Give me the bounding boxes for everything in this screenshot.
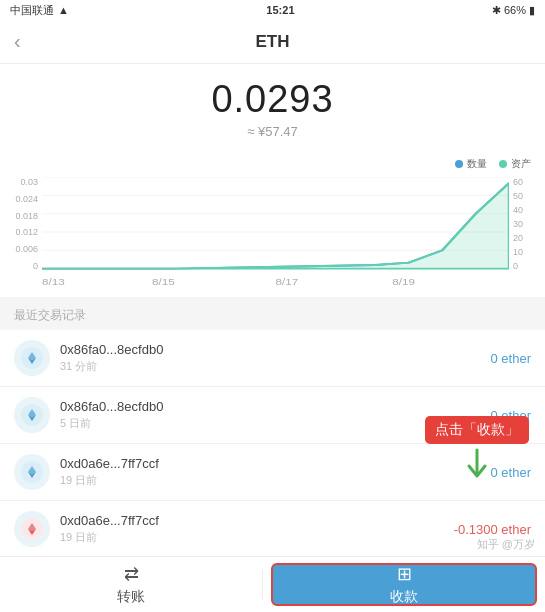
tx-time: 5 日前 <box>60 416 491 431</box>
bottom-bar: ⇄ 转账 ⊞ 收款 <box>0 556 545 612</box>
svg-text:8/17: 8/17 <box>276 277 299 286</box>
chart-left-labels: 0.03 0.024 0.018 0.012 0.006 0 <box>14 177 42 287</box>
avatar <box>14 511 50 547</box>
legend-quantity: 数量 <box>455 157 487 171</box>
receive-icon: ⊞ <box>397 563 412 585</box>
tx-address: 0x86fa0...8ecfdb0 <box>60 342 491 357</box>
tx-info: 0x86fa0...8ecfdb0 31 分前 <box>60 342 491 374</box>
tx-time: 31 分前 <box>60 359 491 374</box>
status-bar: 中国联通 ▲ 15:21 ✱ 66% ▮ <box>0 0 545 20</box>
legend-label-quantity: 数量 <box>467 157 487 171</box>
status-left: 中国联通 ▲ <box>10 3 69 18</box>
page-title: ETH <box>256 32 290 52</box>
wifi-icon: ▲ <box>58 4 69 16</box>
legend-label-asset: 资产 <box>511 157 531 171</box>
transfer-button[interactable]: ⇄ 转账 <box>0 557 262 612</box>
chart-area: 数量 资产 0.03 0.024 0.018 0.012 0.006 0 <box>0 149 545 297</box>
chart-right-labels: 60 50 40 30 20 10 0 <box>509 177 531 287</box>
battery-text: 66% <box>504 4 526 16</box>
balance-cny: ≈ ¥57.47 <box>0 124 545 139</box>
balance-value: 0.0293 <box>0 78 545 121</box>
svg-text:8/19: 8/19 <box>392 277 415 286</box>
bluetooth-icon: ✱ <box>492 4 501 17</box>
tx-amount: 0 ether <box>491 408 531 423</box>
receive-button[interactable]: ⊞ 收款 <box>271 563 537 606</box>
divider <box>262 569 263 600</box>
legend-dot-blue <box>455 160 463 168</box>
tx-address: 0x86fa0...8ecfdb0 <box>60 399 491 414</box>
tx-address: 0xd0a6e...7ff7ccf <box>60 456 491 471</box>
tx-info: 0xd0a6e...7ff7ccf 19 日前 <box>60 513 454 545</box>
avatar <box>14 340 50 376</box>
tx-time: 19 日前 <box>60 530 454 545</box>
legend-dot-teal <box>499 160 507 168</box>
transfer-label: 转账 <box>117 588 145 606</box>
list-item: 0x86fa0...8ecfdb0 31 分前 0 ether <box>0 330 545 387</box>
transaction-list: 0x86fa0...8ecfdb0 31 分前 0 ether 0x86fa0.… <box>0 330 545 558</box>
tx-amount-negative: -0.1300 ether <box>454 522 531 537</box>
chart-svg: 8/13 8/15 8/17 8/19 <box>42 177 509 287</box>
transfer-icon: ⇄ <box>124 563 139 585</box>
chart-legend: 数量 资产 <box>14 157 531 171</box>
status-right: ✱ 66% ▮ <box>492 4 535 17</box>
tx-info: 0xd0a6e...7ff7ccf 19 日前 <box>60 456 491 488</box>
battery-icon: ▮ <box>529 4 535 17</box>
receive-label: 收款 <box>390 588 418 606</box>
section-header: 最近交易记录 <box>0 297 545 330</box>
list-item: 0xd0a6e...7ff7ccf 19 日前 -0.1300 ether <box>0 501 545 558</box>
watermark: 知乎 @万岁 <box>477 537 535 552</box>
back-button[interactable]: ‹ <box>14 30 21 53</box>
tx-amount: 0 ether <box>491 351 531 366</box>
tx-amount: 0 ether <box>491 465 531 480</box>
tx-info: 0x86fa0...8ecfdb0 5 日前 <box>60 399 491 431</box>
svg-text:8/15: 8/15 <box>152 277 175 286</box>
chart-wrapper: 0.03 0.024 0.018 0.012 0.006 0 8/1 <box>14 177 531 287</box>
legend-asset: 资产 <box>499 157 531 171</box>
svg-text:8/13: 8/13 <box>42 277 65 286</box>
tx-time: 19 日前 <box>60 473 491 488</box>
list-item: 0xd0a6e...7ff7ccf 19 日前 0 ether <box>0 444 545 501</box>
list-item: 0x86fa0...8ecfdb0 5 日前 0 ether <box>0 387 545 444</box>
avatar <box>14 454 50 490</box>
svg-marker-6 <box>42 183 509 269</box>
header: ‹ ETH <box>0 20 545 64</box>
tx-address: 0xd0a6e...7ff7ccf <box>60 513 454 528</box>
balance-area: 0.0293 ≈ ¥57.47 <box>0 64 545 149</box>
avatar <box>14 397 50 433</box>
status-time: 15:21 <box>266 4 294 16</box>
carrier-text: 中国联通 <box>10 3 54 18</box>
